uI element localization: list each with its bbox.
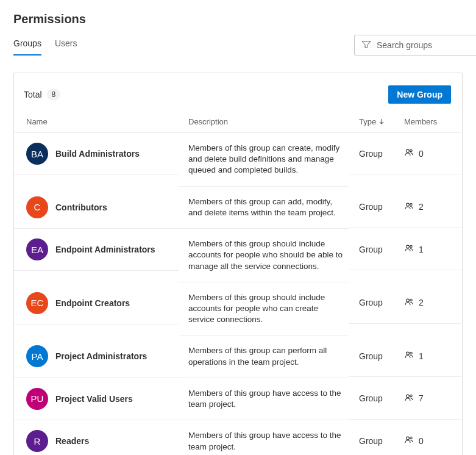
svg-point-13 xyxy=(410,437,412,439)
svg-point-12 xyxy=(407,437,410,440)
table-row-type: Group xyxy=(349,420,394,455)
search-container xyxy=(354,35,476,56)
svg-point-10 xyxy=(407,395,410,398)
tab-users[interactable]: Users xyxy=(55,35,77,56)
svg-point-0 xyxy=(407,149,410,152)
svg-point-3 xyxy=(410,203,412,205)
table-row-members: 1 xyxy=(394,335,461,377)
members-icon xyxy=(404,350,414,362)
avatar: C xyxy=(26,196,48,218)
table-row-name[interactable]: PUProject Valid Users xyxy=(14,378,179,420)
avatar: EA xyxy=(26,238,48,260)
members-count: 1 xyxy=(419,245,424,254)
members-count: 2 xyxy=(419,202,424,212)
svg-point-8 xyxy=(407,353,410,356)
group-name: Endpoint Administrators xyxy=(55,245,155,254)
group-name: Build Administrators xyxy=(55,149,140,159)
table-row-members: 2 xyxy=(394,187,461,228)
table-row-description: Members of this group should include acc… xyxy=(179,229,349,282)
column-header-type[interactable]: Type xyxy=(349,112,394,133)
table-row-description: Members of this group have access to the… xyxy=(179,420,349,455)
svg-point-9 xyxy=(410,353,412,354)
members-icon xyxy=(404,435,414,446)
total-text: Total xyxy=(24,90,42,99)
table-row-type: Group xyxy=(349,282,394,324)
group-name: Project Valid Users xyxy=(55,394,133,404)
members-count: 0 xyxy=(419,149,424,159)
table-row-members: 0 xyxy=(394,420,461,455)
group-name: Readers xyxy=(55,436,89,446)
page-title: Permissions xyxy=(13,12,463,26)
table-row-type: Group xyxy=(349,187,394,228)
table-row-members: 2 xyxy=(394,282,461,324)
sort-descending-icon xyxy=(378,117,385,126)
column-header-description[interactable]: Description xyxy=(179,112,349,133)
table-row-description: Members of this group can create, modify… xyxy=(179,133,349,187)
table-row-name[interactable]: PAProject Administrators xyxy=(14,335,179,378)
table-row-description: Members of this group can perform all op… xyxy=(179,335,349,378)
members-icon xyxy=(404,201,414,213)
group-name: Project Administrators xyxy=(55,351,147,361)
svg-point-11 xyxy=(410,395,412,396)
tab-groups[interactable]: Groups xyxy=(13,35,41,56)
table-row-name[interactable]: RReaders xyxy=(14,420,179,455)
avatar: R xyxy=(26,430,48,452)
members-count: 0 xyxy=(419,436,424,446)
table-row-members: 7 xyxy=(394,378,461,420)
avatar: EC xyxy=(26,292,48,314)
svg-point-7 xyxy=(410,299,412,301)
table-row-type: Group xyxy=(349,133,394,174)
table-row-type: Group xyxy=(349,335,394,377)
members-icon xyxy=(404,297,414,309)
tabs: Groups Users xyxy=(13,35,77,56)
table-row-description: Members of this group have access to the… xyxy=(179,378,349,420)
group-name: Endpoint Creators xyxy=(55,298,130,308)
avatar: PA xyxy=(26,345,48,367)
groups-panel: Total 8 New Group Name Description Type … xyxy=(13,73,463,455)
table-row-name[interactable]: ECEndpoint Creators xyxy=(14,282,179,324)
total-count-badge: 8 xyxy=(47,88,61,101)
avatar: PU xyxy=(26,388,48,410)
members-count: 2 xyxy=(419,298,424,307)
members-icon xyxy=(404,148,414,159)
column-header-members[interactable]: Members xyxy=(394,112,461,133)
table-row-type: Group xyxy=(349,378,394,420)
table-row-name[interactable]: EAEndpoint Administrators xyxy=(14,229,179,271)
table-row-name[interactable]: CContributors xyxy=(14,187,179,229)
members-count: 7 xyxy=(419,393,424,403)
avatar: BA xyxy=(26,143,48,165)
svg-point-5 xyxy=(410,245,412,247)
svg-point-2 xyxy=(407,203,410,206)
column-header-type-label: Type xyxy=(359,117,376,126)
members-icon xyxy=(404,393,414,404)
members-count: 1 xyxy=(419,351,424,361)
new-group-button[interactable]: New Group xyxy=(388,85,451,104)
table-row-type: Group xyxy=(349,229,394,270)
total-label: Total 8 xyxy=(24,88,60,101)
search-input[interactable] xyxy=(354,35,476,56)
table-row-description: Members of this group can add, modify, a… xyxy=(179,187,349,229)
table-row-members: 1 xyxy=(394,229,461,270)
members-icon xyxy=(404,243,414,255)
group-name: Contributors xyxy=(55,202,107,212)
table-row-description: Members of this group should include acc… xyxy=(179,282,349,336)
table-row-name[interactable]: BABuild Administrators xyxy=(14,133,179,175)
svg-point-6 xyxy=(407,299,410,302)
svg-point-1 xyxy=(410,149,412,151)
svg-point-4 xyxy=(407,245,410,248)
table-row-members: 0 xyxy=(394,133,461,174)
filter-icon xyxy=(361,40,371,51)
column-header-name[interactable]: Name xyxy=(14,112,179,133)
